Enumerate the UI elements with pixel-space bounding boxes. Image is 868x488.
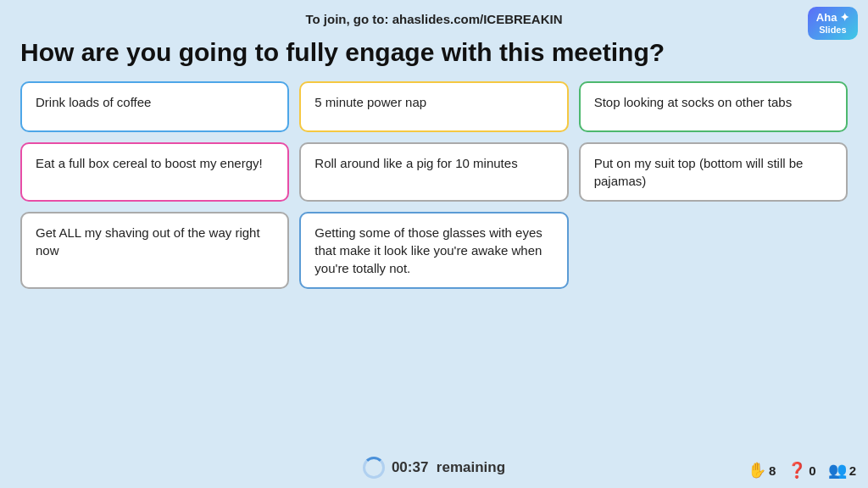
hand-icon: ✋: [748, 461, 766, 480]
join-prefix: To join, go to:: [305, 12, 392, 26]
questions-stat: ❓ 0: [787, 461, 815, 480]
hands-stat: ✋ 8: [748, 461, 776, 480]
join-url: ahaslides.com/ICEBREAKIN: [392, 12, 563, 26]
card-8: Getting some of those glasses with eyes …: [299, 212, 568, 289]
question-icon: ❓: [787, 461, 806, 480]
card-7: Get ALL my shaving out of the way right …: [20, 212, 289, 289]
questions-count: 0: [809, 463, 815, 478]
timer-container: 00:37 remaining: [363, 457, 505, 479]
bottom-bar: 00:37 remaining: [0, 447, 868, 488]
aha-slides-logo: Aha ✦ Slides: [808, 7, 858, 40]
card-3: Stop looking at socks on other tabs: [579, 81, 848, 132]
stats-bar: ✋ 8 ❓ 0 👥 2: [748, 461, 856, 480]
hands-count: 8: [769, 463, 776, 478]
timer-spinner: [363, 457, 385, 479]
users-icon: 👥: [828, 461, 847, 480]
logo-line1: Aha ✦: [816, 11, 849, 25]
question-heading: How are you going to fully engage with t…: [0, 37, 868, 78]
top-bar: To join, go to: ahaslides.com/ICEBREAKIN…: [0, 0, 868, 37]
timer-value: 00:37: [392, 459, 428, 475]
card-5: Roll around like a pig for 10 minutes: [299, 142, 568, 202]
cards-grid: Drink loads of coffee5 minute power napS…: [0, 81, 868, 289]
users-stat: 👥 2: [828, 461, 856, 480]
card-1: Drink loads of coffee: [20, 81, 289, 132]
timer-text: 00:37 remaining: [392, 459, 505, 476]
join-info: To join, go to: ahaslides.com/ICEBREAKIN: [305, 12, 562, 26]
card-4: Eat a full box cereal to boost my energy…: [20, 142, 289, 202]
users-count: 2: [849, 463, 856, 478]
timer-label: remaining: [437, 459, 505, 475]
card-2: 5 minute power nap: [299, 81, 568, 132]
card-6: Put on my suit top (bottom will still be…: [579, 142, 848, 202]
logo-line2: Slides: [819, 25, 846, 36]
